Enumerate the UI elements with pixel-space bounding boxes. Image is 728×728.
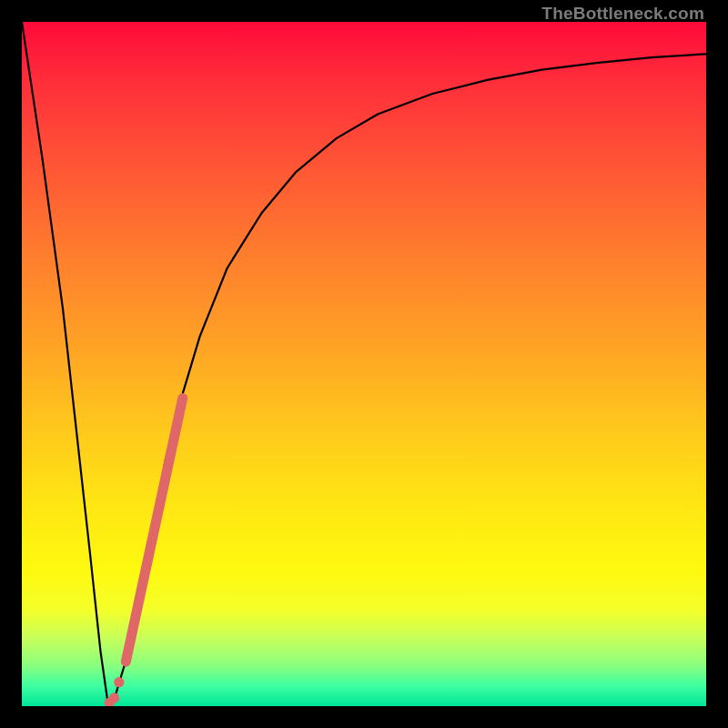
svg-point-1 — [114, 677, 124, 687]
chart-frame: TheBottleneck.com — [0, 0, 728, 728]
svg-line-0 — [126, 399, 182, 662]
curve-svg — [22, 22, 706, 706]
plot-area — [22, 22, 706, 706]
highlight-segment — [126, 399, 182, 662]
watermark-text: TheBottleneck.com — [541, 4, 704, 24]
bottleneck-curve — [22, 22, 706, 699]
